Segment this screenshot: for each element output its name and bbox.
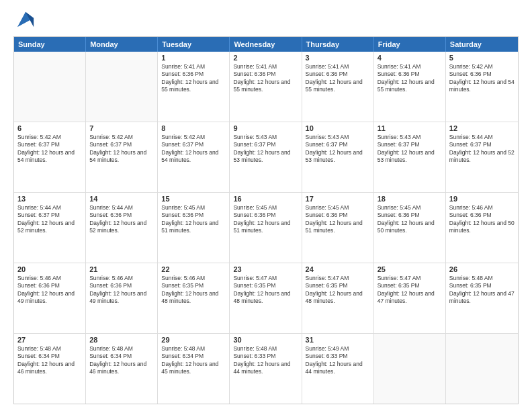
cell-info: Sunrise: 5:43 AMSunset: 6:37 PMDaylight:… [306,134,370,165]
calendar-row-4: 27 Sunrise: 5:48 AMSunset: 6:34 PMDaylig… [14,334,518,404]
calendar-cell [446,334,518,404]
calendar-cell: 11 Sunrise: 5:43 AMSunset: 6:37 PMDaylig… [374,122,446,192]
day-number: 23 [233,265,298,273]
day-number: 10 [306,124,370,132]
calendar-cell: 30 Sunrise: 5:48 AMSunset: 6:33 PMDaylig… [230,334,302,404]
calendar-cell: 18 Sunrise: 5:45 AMSunset: 6:36 PMDaylig… [374,193,446,263]
header-day-wednesday: Wednesday [230,37,302,52]
header-day-monday: Monday [86,37,158,52]
day-number: 3 [306,54,370,62]
calendar-cell: 26 Sunrise: 5:48 AMSunset: 6:35 PMDaylig… [446,263,518,333]
cell-info: Sunrise: 5:48 AMSunset: 6:34 PMDaylight:… [17,345,82,376]
cell-info: Sunrise: 5:46 AMSunset: 6:36 PMDaylight:… [17,275,82,306]
calendar-cell: 2 Sunrise: 5:41 AMSunset: 6:36 PMDayligh… [230,52,302,122]
cell-info: Sunrise: 5:46 AMSunset: 6:36 PMDaylight:… [449,204,515,235]
calendar-cell: 10 Sunrise: 5:43 AMSunset: 6:37 PMDaylig… [302,122,374,192]
header-day-friday: Friday [374,37,446,52]
cell-info: Sunrise: 5:48 AMSunset: 6:34 PMDaylight:… [161,345,226,376]
day-number: 8 [161,124,226,132]
cell-info: Sunrise: 5:47 AMSunset: 6:35 PMDaylight:… [233,275,298,306]
cell-info: Sunrise: 5:43 AMSunset: 6:37 PMDaylight:… [378,134,442,165]
calendar-cell: 6 Sunrise: 5:42 AMSunset: 6:37 PMDayligh… [14,122,86,192]
calendar-cell: 25 Sunrise: 5:47 AMSunset: 6:35 PMDaylig… [374,263,446,333]
cell-info: Sunrise: 5:44 AMSunset: 6:36 PMDaylight:… [89,204,154,235]
calendar-cell: 31 Sunrise: 5:49 AMSunset: 6:33 PMDaylig… [302,334,374,404]
calendar-cell: 24 Sunrise: 5:47 AMSunset: 6:35 PMDaylig… [302,263,374,333]
cell-info: Sunrise: 5:47 AMSunset: 6:35 PMDaylight:… [378,275,442,306]
calendar-row-0: 1 Sunrise: 5:41 AMSunset: 6:36 PMDayligh… [14,52,518,122]
calendar-cell: 17 Sunrise: 5:45 AMSunset: 6:36 PMDaylig… [302,193,374,263]
logo-icon [16,9,35,28]
day-number: 5 [449,54,515,62]
cell-info: Sunrise: 5:49 AMSunset: 6:33 PMDaylight:… [306,345,370,376]
cell-info: Sunrise: 5:45 AMSunset: 6:36 PMDaylight:… [306,204,370,235]
cell-info: Sunrise: 5:45 AMSunset: 6:36 PMDaylight:… [161,204,226,235]
day-number: 31 [306,336,370,344]
cell-info: Sunrise: 5:46 AMSunset: 6:35 PMDaylight:… [161,275,226,306]
cell-info: Sunrise: 5:41 AMSunset: 6:36 PMDaylight:… [378,63,442,94]
calendar-cell: 29 Sunrise: 5:48 AMSunset: 6:34 PMDaylig… [158,334,230,404]
day-number: 24 [306,265,370,273]
cell-info: Sunrise: 5:42 AMSunset: 6:37 PMDaylight:… [17,134,82,165]
day-number: 21 [89,265,154,273]
calendar-cell: 22 Sunrise: 5:46 AMSunset: 6:35 PMDaylig… [158,263,230,333]
calendar-cell: 3 Sunrise: 5:41 AMSunset: 6:36 PMDayligh… [302,52,374,122]
header-day-saturday: Saturday [446,37,518,52]
calendar-cell: 23 Sunrise: 5:47 AMSunset: 6:35 PMDaylig… [230,263,302,333]
calendar-cell: 13 Sunrise: 5:44 AMSunset: 6:37 PMDaylig… [14,193,86,263]
day-number: 4 [378,54,442,62]
calendar-cell: 9 Sunrise: 5:43 AMSunset: 6:37 PMDayligh… [230,122,302,192]
day-number: 27 [17,336,82,344]
calendar-cell [374,334,446,404]
cell-info: Sunrise: 5:45 AMSunset: 6:36 PMDaylight:… [233,204,298,235]
cell-info: Sunrise: 5:45 AMSunset: 6:36 PMDaylight:… [378,204,442,235]
cell-info: Sunrise: 5:46 AMSunset: 6:36 PMDaylight:… [89,275,154,306]
cell-info: Sunrise: 5:48 AMSunset: 6:33 PMDaylight:… [233,345,298,376]
cell-info: Sunrise: 5:41 AMSunset: 6:36 PMDaylight:… [233,63,298,94]
day-number: 11 [378,124,442,132]
calendar-row-1: 6 Sunrise: 5:42 AMSunset: 6:37 PMDayligh… [14,122,518,193]
day-number: 29 [161,336,226,344]
cell-info: Sunrise: 5:41 AMSunset: 6:36 PMDaylight:… [161,63,226,94]
calendar-cell: 27 Sunrise: 5:48 AMSunset: 6:34 PMDaylig… [14,334,86,404]
calendar-cell [14,52,86,122]
calendar-cell: 20 Sunrise: 5:46 AMSunset: 6:36 PMDaylig… [14,263,86,333]
calendar-cell: 21 Sunrise: 5:46 AMSunset: 6:36 PMDaylig… [86,263,158,333]
cell-info: Sunrise: 5:48 AMSunset: 6:34 PMDaylight:… [89,345,154,376]
calendar-header: SundayMondayTuesdayWednesdayThursdayFrid… [14,37,518,52]
calendar-cell: 1 Sunrise: 5:41 AMSunset: 6:36 PMDayligh… [158,52,230,122]
header-day-thursday: Thursday [302,37,374,52]
day-number: 26 [449,265,515,273]
calendar: SundayMondayTuesdayWednesdayThursdayFrid… [13,36,519,404]
cell-info: Sunrise: 5:41 AMSunset: 6:36 PMDaylight:… [306,63,370,94]
day-number: 18 [378,195,442,203]
calendar-body: 1 Sunrise: 5:41 AMSunset: 6:36 PMDayligh… [14,52,518,404]
day-number: 16 [233,195,298,203]
day-number: 6 [17,124,82,132]
calendar-row-3: 20 Sunrise: 5:46 AMSunset: 6:36 PMDaylig… [14,263,518,334]
day-number: 19 [449,195,515,203]
day-number: 22 [161,265,226,273]
cell-info: Sunrise: 5:48 AMSunset: 6:35 PMDaylight:… [449,275,515,306]
day-number: 25 [378,265,442,273]
cell-info: Sunrise: 5:47 AMSunset: 6:35 PMDaylight:… [306,275,370,306]
calendar-cell: 12 Sunrise: 5:44 AMSunset: 6:37 PMDaylig… [446,122,518,192]
calendar-cell [86,52,158,122]
day-number: 14 [89,195,154,203]
day-number: 30 [233,336,298,344]
calendar-cell: 16 Sunrise: 5:45 AMSunset: 6:36 PMDaylig… [230,193,302,263]
cell-info: Sunrise: 5:43 AMSunset: 6:37 PMDaylight:… [233,134,298,165]
header-day-tuesday: Tuesday [158,37,230,52]
cell-info: Sunrise: 5:42 AMSunset: 6:37 PMDaylight:… [89,134,154,165]
cell-info: Sunrise: 5:42 AMSunset: 6:36 PMDaylight:… [449,63,515,94]
day-number: 28 [89,336,154,344]
calendar-cell: 4 Sunrise: 5:41 AMSunset: 6:36 PMDayligh… [374,52,446,122]
day-number: 9 [233,124,298,132]
day-number: 13 [17,195,82,203]
day-number: 20 [17,265,82,273]
cell-info: Sunrise: 5:44 AMSunset: 6:37 PMDaylight:… [449,134,515,165]
calendar-cell: 14 Sunrise: 5:44 AMSunset: 6:36 PMDaylig… [86,193,158,263]
day-number: 12 [449,124,515,132]
calendar-cell: 8 Sunrise: 5:42 AMSunset: 6:37 PMDayligh… [158,122,230,192]
calendar-row-2: 13 Sunrise: 5:44 AMSunset: 6:37 PMDaylig… [14,193,518,263]
